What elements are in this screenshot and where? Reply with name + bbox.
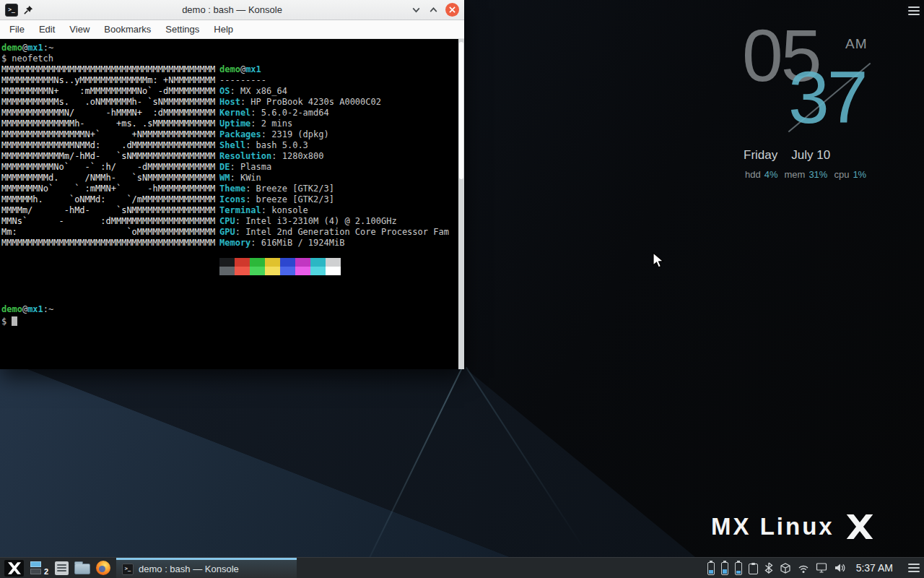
hamburger-icon <box>908 7 920 8</box>
info-colon: : <box>235 216 245 226</box>
info-label: WM <box>219 173 230 183</box>
neofetch-title-user: demo <box>219 64 240 74</box>
firefox-icon[interactable] <box>96 561 110 575</box>
hamburger-icon <box>908 564 920 565</box>
titlebar-left: >_ <box>5 4 34 17</box>
file-manager-icon[interactable] <box>74 564 90 574</box>
info-colon: : <box>245 194 256 204</box>
command-text: neofetch <box>12 53 53 64</box>
clock-ampm: AM <box>845 36 868 52</box>
package-icon[interactable] <box>780 562 791 574</box>
volume-icon[interactable] <box>834 562 845 574</box>
palette-swatch <box>219 258 235 267</box>
panel-toggle-button[interactable] <box>908 564 920 572</box>
scrollbar-thumb[interactable] <box>459 42 463 179</box>
close-button[interactable] <box>445 3 459 17</box>
info-label: OS <box>219 86 230 96</box>
neofetch-info-rows: OS: MX x86_64Host: HP ProBook 4230s A000… <box>219 86 456 249</box>
palette-swatch <box>295 267 310 275</box>
neofetch-title: demo@mx1 <box>219 64 456 75</box>
clock-widget: 05 AM 37 Friday July 10 hdd4%mem31%cpu1% <box>742 27 912 186</box>
stat-value: 1% <box>853 169 866 180</box>
task-button-konsole[interactable]: >_ demo : bash — Konsole <box>116 558 297 578</box>
info-value: 5.6.0-2-amd64 <box>261 108 329 118</box>
neofetch-info-row: WM: KWin <box>219 173 456 184</box>
menu-settings[interactable]: Settings <box>158 20 206 39</box>
mx-menu-icon <box>8 562 21 574</box>
info-label: GPU <box>219 227 235 237</box>
clock-date-row: Friday July 10 <box>744 148 830 163</box>
menu-bar: FileEditViewBookmarksSettingsHelp <box>0 20 464 39</box>
pager-desktop-2[interactable] <box>30 569 41 574</box>
bluetooth-icon[interactable] <box>764 562 773 574</box>
pin-icon[interactable] <box>23 4 34 15</box>
maximize-button[interactable] <box>428 4 439 15</box>
titlebar[interactable]: >_ demo : bash — Konsole <box>0 0 464 20</box>
prompt-host: mx1 <box>27 43 43 53</box>
palette-swatch <box>265 267 280 275</box>
neofetch-info-row: Uptime: 2 mins <box>219 118 456 129</box>
info-label: Host <box>219 97 240 107</box>
battery-icon-3[interactable] <box>735 562 742 575</box>
prompt-line-2: demo@mx1:~ <box>1 304 456 315</box>
konsole-task-icon: >_ <box>122 564 134 575</box>
neofetch-info-row: Resolution: 924x578 <box>219 151 456 162</box>
panel-clock[interactable]: 5:37 AM <box>856 562 893 574</box>
prompt-user: demo <box>1 304 22 314</box>
neofetch-info-row: Host: HP ProBook 4230s A0000C02 <box>219 97 456 108</box>
display-device-icon[interactable] <box>816 562 827 574</box>
clipboard-icon[interactable] <box>749 564 758 574</box>
palette-swatch <box>265 258 280 267</box>
clock-minute: 37 <box>788 61 866 134</box>
neofetch-info-row: Shell: bash 5.0.3 <box>219 140 456 151</box>
info-colon: : <box>245 140 256 150</box>
mouse-cursor <box>652 252 666 269</box>
neofetch-info-row: Terminal: konsole <box>219 205 456 216</box>
menu-view[interactable]: View <box>62 20 97 39</box>
app-launcher-button[interactable] <box>4 560 24 577</box>
close-icon <box>449 7 456 13</box>
info-label: Theme <box>219 184 245 194</box>
info-colon: : <box>250 118 261 129</box>
info-colon: : <box>245 184 256 194</box>
pager-desktop-1[interactable] <box>30 561 41 567</box>
menu-help[interactable]: Help <box>206 20 240 39</box>
menu-edit[interactable]: Edit <box>32 20 62 39</box>
info-value: Breeze [GTK2/3] <box>256 184 334 194</box>
terminal-viewport[interactable]: demo@mx1:~ $neofetch MMMMMMMMMMMMMMMMMMM… <box>0 39 464 369</box>
command-line: $neofetch <box>1 53 456 64</box>
color-palette <box>219 258 456 275</box>
pager-count: 2 <box>44 567 48 576</box>
palette-swatch <box>326 258 341 267</box>
text-editor-icon[interactable] <box>55 561 69 575</box>
konsole-icon-glyph: >_ <box>8 7 15 13</box>
palette-swatch <box>295 258 310 267</box>
info-colon: : <box>250 238 261 248</box>
minimize-button[interactable] <box>411 4 422 15</box>
window-title: demo : bash — Konsole <box>0 4 464 15</box>
terminal-scrollbar[interactable] <box>458 39 464 369</box>
virtual-desktop-pager[interactable]: 2 <box>30 561 49 576</box>
palette-swatch <box>250 267 265 275</box>
info-label: Terminal <box>219 205 261 215</box>
battery-icon-1[interactable] <box>707 562 715 575</box>
info-colon: : <box>235 227 245 237</box>
desktop-toolbox-button[interactable] <box>906 4 922 18</box>
menu-file[interactable]: File <box>2 20 32 39</box>
prompt-symbol: $ <box>1 316 6 327</box>
palette-row-1 <box>219 258 456 267</box>
prompt-path: :~ <box>43 43 53 53</box>
wifi-icon[interactable] <box>798 563 809 574</box>
neofetch-info-row: CPU: Intel i3-2310M (4) @ 2.100GHz <box>219 216 456 227</box>
taskbar: 2 >_ demo : bash — Konsole <box>0 557 924 578</box>
palette-swatch <box>235 267 250 275</box>
info-label: Kernel <box>219 108 250 118</box>
neofetch-separator: --------- <box>219 75 456 86</box>
info-value: MX x86_64 <box>240 86 287 96</box>
battery-icon-2[interactable] <box>721 562 728 575</box>
palette-swatch <box>326 267 341 275</box>
task-label: demo : bash — Konsole <box>139 564 239 574</box>
prompt-path: :~ <box>43 304 53 314</box>
menu-bookmarks[interactable]: Bookmarks <box>97 20 158 39</box>
palette-row-2 <box>219 267 456 275</box>
